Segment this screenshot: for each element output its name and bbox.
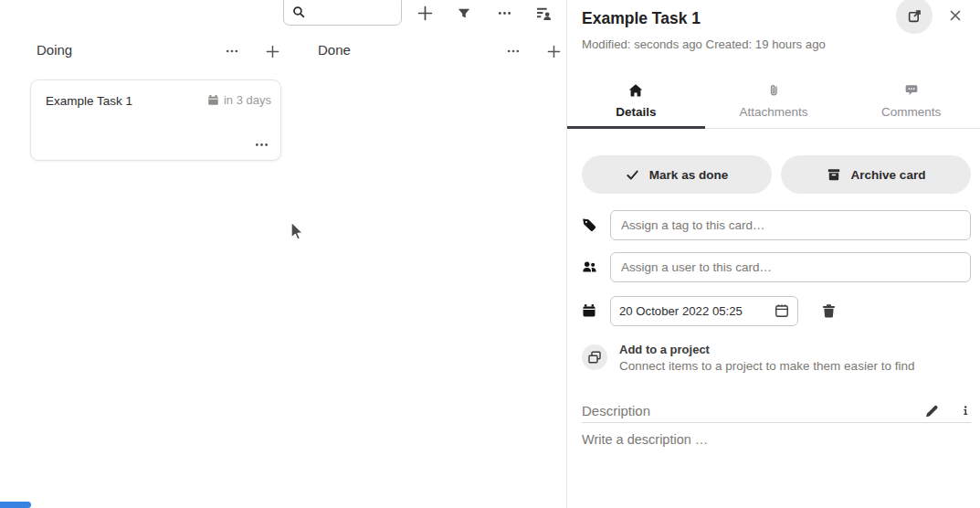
due-date-value[interactable] — [619, 304, 756, 318]
more-options-icon — [255, 138, 269, 152]
open-calendar-button[interactable] — [775, 303, 789, 318]
search-box[interactable] — [283, 0, 402, 26]
home-icon — [628, 83, 643, 99]
open-external-icon — [907, 8, 922, 24]
due-date-row — [582, 295, 971, 326]
close-panel-button[interactable] — [945, 5, 965, 26]
panel-meta: Modified: seconds ago Created: 19 hours … — [582, 37, 826, 51]
column-options-button[interactable] — [500, 37, 527, 65]
edit-description-button[interactable] — [924, 404, 939, 418]
column-doing-header: Doing — [30, 37, 283, 66]
assign-user-row — [582, 251, 971, 282]
column-add-card-button[interactable] — [540, 37, 567, 65]
project-subtitle: Connect items to a project to make them … — [619, 357, 914, 375]
column-done: Done — [311, 37, 564, 66]
close-icon — [948, 8, 963, 23]
card-details-panel: Example Task 1 Modified: seconds ago Cre… — [567, 0, 980, 508]
archive-card-button[interactable]: Archive card — [781, 155, 971, 194]
check-icon — [626, 168, 639, 182]
tab-label: Attachments — [739, 105, 807, 119]
column-done-header: Done — [311, 37, 564, 66]
pencil-icon — [924, 404, 939, 418]
calendar-icon — [207, 94, 219, 106]
board-menu-button[interactable] — [491, 1, 517, 26]
card-title: Example Task 1 — [46, 94, 132, 108]
more-options-icon — [507, 45, 520, 58]
column-name: Doing — [37, 42, 72, 58]
plus-icon — [417, 5, 433, 21]
more-options-icon — [226, 45, 238, 58]
search-icon — [292, 5, 305, 18]
plus-icon — [547, 45, 561, 58]
filter-icon — [458, 7, 470, 20]
add-to-project-row[interactable]: Add to a project Connect items to a proj… — [582, 341, 971, 375]
task-card[interactable]: Example Task 1 in 3 days — [30, 79, 281, 161]
tab-details[interactable]: Details — [567, 77, 705, 128]
project-title: Add to a project — [619, 341, 914, 357]
comment-icon — [904, 83, 919, 99]
tab-comments[interactable]: Comments — [842, 77, 980, 128]
assignees-view-button[interactable] — [531, 1, 556, 26]
more-options-icon — [498, 6, 511, 20]
column-doing: Doing Example Task 1 in 3 days — [30, 37, 283, 66]
app-window: Doing Example Task 1 in 3 days — [0, 0, 980, 508]
column-name: Done — [318, 42, 351, 58]
assign-tag-row — [582, 209, 971, 240]
card-due-date: in 3 days — [207, 93, 271, 107]
tab-attachments[interactable]: Attachments — [705, 77, 843, 128]
tab-label: Comments — [881, 105, 941, 119]
tab-label: Details — [616, 105, 656, 119]
mark-as-done-label: Mark as done — [649, 168, 728, 182]
users-icon — [582, 259, 597, 274]
trash-icon — [821, 303, 837, 319]
add-card-button[interactable] — [412, 1, 437, 26]
tag-icon — [582, 217, 597, 232]
info-icon — [960, 404, 971, 418]
panel-title: Example Task 1 — [582, 9, 701, 28]
assignees-list-icon — [536, 5, 552, 21]
calendar-outline-icon — [775, 303, 789, 318]
remove-due-date-button[interactable] — [821, 303, 837, 319]
popout-button[interactable] — [896, 0, 933, 34]
panel-tabs: Details Attachments Comments — [567, 77, 980, 129]
project-icon — [582, 344, 607, 370]
search-input[interactable] — [310, 3, 396, 23]
card-actions: Mark as done Archive card — [582, 155, 971, 194]
column-options-button[interactable] — [218, 37, 246, 65]
description-header: Description — [582, 399, 971, 423]
card-due-text: in 3 days — [224, 93, 271, 107]
assign-user-input[interactable] — [610, 252, 971, 282]
archive-icon — [827, 167, 841, 182]
column-add-card-button[interactable] — [258, 37, 286, 65]
project-text: Add to a project Connect items to a proj… — [619, 341, 914, 375]
card-options-button[interactable] — [255, 138, 269, 152]
paperclip-icon — [767, 83, 781, 99]
assign-tag-input[interactable] — [610, 210, 971, 240]
description-info-button[interactable] — [960, 404, 971, 418]
archive-card-label: Archive card — [851, 168, 926, 182]
filter-button[interactable] — [451, 1, 477, 26]
mouse-cursor-icon — [288, 220, 305, 243]
due-date-field[interactable] — [610, 296, 798, 326]
plus-icon — [266, 45, 279, 58]
mark-as-done-button[interactable]: Mark as done — [582, 155, 772, 194]
calendar-icon — [582, 303, 597, 318]
description-placeholder[interactable]: Write a description … — [582, 432, 708, 447]
kanban-board: Doing Example Task 1 in 3 days — [0, 0, 567, 508]
description-label: Description — [582, 403, 924, 418]
description-actions — [924, 404, 971, 418]
horizontal-scrollbar[interactable] — [0, 502, 31, 508]
